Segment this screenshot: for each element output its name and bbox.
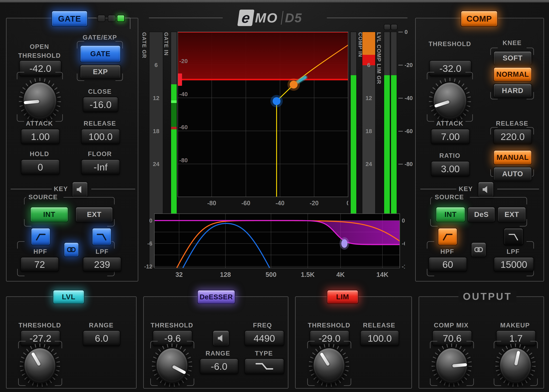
logo-divider [281,11,283,25]
lim-threshold-knob[interactable] [312,347,346,384]
level-scale-label: -60 [398,128,413,134]
gate-key-line-right [91,189,135,189]
comp-enable-button[interactable]: COMP [461,11,498,27]
gate-mode-exp-button[interactable]: EXP [80,65,121,79]
svg-text:500: 500 [266,271,276,278]
lvl-enable-button[interactable]: LVL [53,290,84,304]
comp-source-des-button[interactable]: DeS [468,207,495,222]
gate-source-ext-button[interactable]: EXT [75,207,113,222]
lim-threshold-label: THRESHOLD [303,322,355,329]
comp-release-field[interactable]: 220.0 [493,129,532,144]
dynamics-transfer-chart[interactable]: -20-40-60-80-80-60-40-200 [178,32,348,213]
meter-segment [171,84,177,100]
comp-source-ext-button[interactable]: EXT [498,207,526,222]
svg-text:-40: -40 [275,200,284,207]
meter-segment [171,100,177,103]
svg-text:0: 0 [347,200,348,207]
output-title: OUTPUT [458,291,516,302]
gate-hpf-freq-field[interactable]: 72 [20,257,59,272]
comp-source-int-button[interactable]: INT [436,207,465,222]
lowpass-filter-icon [95,231,108,242]
gate-mode-gate-button[interactable]: GATE [80,45,121,62]
svg-text:4K: 4K [336,271,345,278]
comp-ratio-field[interactable]: 3.00 [431,161,470,176]
gate-release-label: RELEASE [78,120,122,127]
comp-release-manual-button[interactable]: MANUAL [493,150,532,165]
svg-text:14K: 14K [376,271,388,278]
gate-routing-led-3 [117,15,125,22]
comp-lpf-enable-button[interactable] [504,228,523,245]
meter-scale-label: 12 [149,95,163,101]
highpass-filter-icon [34,231,47,242]
comp-release-auto-button[interactable]: AUTO [493,167,532,181]
svg-text:-6: -6 [147,240,152,247]
gate-attack-field[interactable]: 1.00 [21,129,60,144]
gate-lpf-freq-field[interactable]: 239 [83,257,121,272]
gate-filter-link-button[interactable] [64,242,79,257]
deesser-freq-field[interactable]: 4490 [245,330,284,346]
gate-routing-led-2 [108,15,116,22]
gate-led-line-right [125,18,130,18]
link-icon [66,245,76,254]
meter-segment [171,32,177,84]
comp-hpf-freq-field[interactable]: 60 [429,257,467,272]
deesser-range-field[interactable]: -6.0 [200,358,238,374]
gate-threshold-knob[interactable] [22,81,58,120]
comp-source-label: SOURCE [432,194,466,201]
deesser-listen-button[interactable] [213,330,229,346]
gate-open-label-1: OPEN [14,43,65,50]
lim-release-label: RELEASE [354,322,405,329]
comp-knee-hard-button[interactable]: HARD [493,84,532,98]
comp-release-label: RELEASE [490,120,535,127]
comp-key-listen-button[interactable] [478,182,494,197]
gate-attack-label: ATTACK [14,120,65,127]
svg-text:-12: -12 [144,263,152,270]
comp-threshold-knob[interactable] [432,81,468,120]
gate-hold-field[interactable]: 0 [21,159,60,175]
comp-mix-knob[interactable] [435,347,468,384]
window-top-strip [0,0,549,2]
comp-lpf-label: LPF [493,248,533,255]
gate-close-field[interactable]: -16.0 [83,97,118,112]
gate-lpf-enable-button[interactable] [92,228,112,245]
svg-text:0: 0 [149,217,152,224]
meter-segment [171,103,177,127]
gate-key-listen-button[interactable] [72,182,88,197]
gate-hpf-label: HPF [21,248,60,255]
lvl-range-field[interactable]: 6.0 [83,330,120,346]
meter-scale-label: 12 [362,95,375,101]
gate-hold-label: HOLD [14,150,65,158]
meter-scale-label: 24 [149,161,163,167]
lvl-range-label: RANGE [75,322,127,329]
comp-hpf-enable-button[interactable] [438,228,457,245]
gate-source-int-button[interactable]: INT [30,207,68,222]
gate-enable-button[interactable]: GATE [51,11,88,27]
comp-key-line-left [420,189,456,189]
lim-release-field[interactable]: 100.0 [360,330,399,346]
comp-ratio-label: RATIO [424,152,476,159]
output-led-left [384,24,391,30]
comp-lpf-freq-field[interactable]: 15000 [494,257,534,272]
makeup-knob[interactable] [499,347,532,384]
gate-floor-field[interactable]: -Inf [81,159,120,175]
logo-mo-text: MO [255,10,278,26]
logo-model-text: D5 [285,11,302,25]
comp-attack-field[interactable]: 7.00 [431,129,470,144]
comp-filter-link-button[interactable] [471,242,486,257]
lim-enable-button[interactable]: LIM [327,290,358,304]
deesser-threshold-knob[interactable] [155,347,189,384]
level-scale-label: 0 [398,29,408,35]
gate-release-field[interactable]: 100.0 [81,129,120,144]
key-filter-response-chart[interactable]: 321285001.5K4K14K00-6-6-12-12 [144,212,405,281]
comp-knee-normal-button[interactable]: NORMAL [493,67,532,82]
comp-key-line-right [497,189,539,189]
deesser-type-selector[interactable] [245,358,284,374]
gate-lpf-label: LPF [82,248,122,255]
gate-hpf-enable-button[interactable] [31,228,51,245]
level-scale-label: -80 [398,161,413,167]
deesser-enable-button[interactable]: DeESSER [197,290,235,304]
comp-knee-soft-button[interactable]: SOFT [493,51,532,65]
lvl-threshold-knob[interactable] [23,347,57,384]
svg-text:-40: -40 [179,91,188,97]
speaker-icon [216,333,226,343]
